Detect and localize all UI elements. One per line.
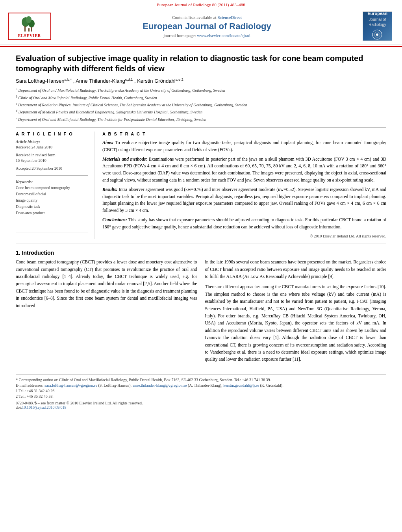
email2-link[interactable]: anne.thilander-klang@vgregion.se [133,383,187,387]
section-1-right: in the late 1990s several cone beam scan… [205,258,387,366]
author3-sup: a,e,2 [176,78,183,82]
author3-name: , Kerstin Gröndahl [134,78,176,84]
email1-link[interactable]: sara.lofthag-hansen@vgregion.se [44,383,97,387]
keyword-2: Dentomaxillofacial [16,191,88,197]
section-1-para-right-2: There are different approaches among the… [205,283,387,363]
affiliation-d: d Department of Medical Physics and Biom… [16,109,386,115]
divider-1 [16,127,386,128]
affiliation-e: e Department of Oral and Maxillofacial R… [16,116,386,122]
elsevier-tree-icon [18,15,41,33]
email1-name: (S. Lofthag-Hansen), [98,383,132,387]
main-content: Evaluation of subjective image quality i… [0,47,402,416]
email-note: E-mail addresses: sara.lofthag-hansen@vg… [16,383,386,387]
materials-label: Materials and methods: [102,157,147,161]
note2: 2 Tel.: +46 36 32 46 58. [16,394,386,399]
header-content: ELSEVIER Contents lists available at Sci… [0,8,402,44]
abstract-text: Aims: To evaluate subjective image quali… [102,139,386,239]
journal-header: European Journal of Radiology 80 (2011) … [0,0,402,47]
abstract-materials: Materials and methods: Examinations were… [102,156,386,184]
article-info-abstract-section: A R T I C L E I N F O Article history: R… [16,132,386,239]
abstract-results: Results: Intra-observer agreement was go… [102,186,386,214]
elsevier-logo-left: ELSEVIER [8,13,51,40]
keywords-head: Keywords: [16,180,88,184]
section-1: 1. Introduction Cone beam computed tomog… [16,250,386,366]
footer-notes: * Corresponding author at: Clinic of Ora… [16,374,386,410]
copyright-line: © 2010 Elsevier Ireland Ltd. All rights … [102,233,386,239]
section-1-body: Cone beam computed tomography (CBCT) pro… [16,258,386,366]
affiliation-c: c Department of Radiation Physics, Insti… [16,102,386,108]
article-title: Evaluation of subjective image quality i… [16,53,386,74]
svg-rect-5 [24,26,26,32]
author1-name: Sara Lofthag-Hansen [16,78,65,84]
abstract-col: A B S T R A C T Aims: To evaluate subjec… [102,132,386,239]
results-label: Results: [102,187,117,192]
doi-link[interactable]: 10.1016/j.ejrad.2010.09.018 [22,405,67,410]
keyword-3: Image quality [16,197,88,204]
divider-info [16,175,88,176]
elsevier-brand-text: ELSEVIER [18,33,41,38]
page: European Journal of Radiology 80 (2011) … [0,0,402,416]
aims-text: To evaluate subjective image quality for… [102,140,386,152]
article-info-heading: A R T I C L E I N F O [16,132,88,136]
section-1-para-right-1: in the late 1990s several cone beam scan… [205,258,387,280]
note1: 1 Tel.: +46 31 342 40 26. [16,389,386,393]
svg-point-3 [26,16,31,23]
conclusions-text: This study has shown that exposure param… [102,217,386,229]
contents-line: Contents lists available at ScienceDirec… [51,15,363,20]
sciencedirect-link[interactable]: ScienceDirect [217,15,242,20]
divider-info-2 [16,232,88,232]
svg-rect-4 [28,28,30,32]
doi-line: 0720-048X/$ – see front matter © 2010 El… [16,401,386,410]
homepage-url[interactable]: www.elsevier.com/locate/ejrad [197,33,250,38]
divider-2 [16,243,386,243]
svg-rect-6 [31,27,32,32]
section-1-title: 1. Introduction [16,250,386,256]
journal-main-title: European Journal of Radiology [51,21,363,32]
section-1-left: Cone beam computed tomography (CBCT) pro… [16,258,197,366]
aims-label: Aims: [102,140,113,145]
abstract-conclusions: Conclusions: This study has shown that e… [102,217,386,231]
affiliation-a: a Department of Oral and Maxillofacial R… [16,87,386,93]
journal-title-center: Contents lists available at ScienceDirec… [51,15,363,38]
keyword-1: Cone beam computed tomography [16,185,88,191]
keyword-4: Diagnostic task [16,204,88,210]
authors-line: Sara Lofthag-Hansena,b,* , Anne Thilande… [16,78,386,84]
journal-homepage: journal homepage: www.elsevier.com/locat… [51,33,363,38]
email3-link[interactable]: kerstin.grondahl@lj.se [223,383,259,387]
corresponding-author-note: * Corresponding author at: Clinic of Ora… [16,378,386,382]
elsevier-full-logo: ELSEVIER [12,15,47,38]
journal-logo-right: European Journal of Radiology [363,11,394,41]
article-info-col: A R T I C L E I N F O Article history: R… [16,132,94,239]
author2-sup: c,d,1 [125,78,133,82]
abstract-aims: Aims: To evaluate subjective image quali… [102,139,386,154]
email2-name: (A. Thilander-Klang), [188,383,222,387]
results-text: Intra-observer agreement was good (κw=0.… [102,187,386,213]
email-label: E-mail addresses: [16,383,44,387]
author2-name: , Anne Thilander-Klang [73,78,125,84]
ejr-logo-box: European Journal of Radiology [363,11,392,41]
author1-sup: a,b,* [65,78,72,82]
affiliation-b: b Clinic of Oral and Maxillofacial Radio… [16,95,386,101]
revised-label: Received in revised form [16,152,88,158]
affiliations: a Department of Oral and Maxillofacial R… [16,87,386,122]
received-value: Received 24 June 2010 [16,145,88,150]
top-bar: European Journal of Radiology 80 (2011) … [0,0,402,8]
revised-date: 16 September 2010 [16,158,88,163]
conclusions-label: Conclusions: [102,217,127,222]
elsevier-logo-box: ELSEVIER [8,13,51,40]
logo-graphic [367,29,387,41]
history-label: Article history: [16,139,88,144]
email3-name: (K. Gröndahl). [260,383,283,387]
ejr-logo-inner: European Journal of Radiology [367,11,387,42]
keyword-5: Dose-area product [16,210,88,216]
accepted-value: Accepted 20 September 2010 [16,166,88,171]
svg-point-9 [376,33,378,36]
abstract-heading: A B S T R A C T [102,132,386,136]
section-1-para-left: Cone beam computed tomography (CBCT) pro… [16,258,197,309]
journal-ref: European Journal of Radiology 80 (2011) … [157,2,245,7]
